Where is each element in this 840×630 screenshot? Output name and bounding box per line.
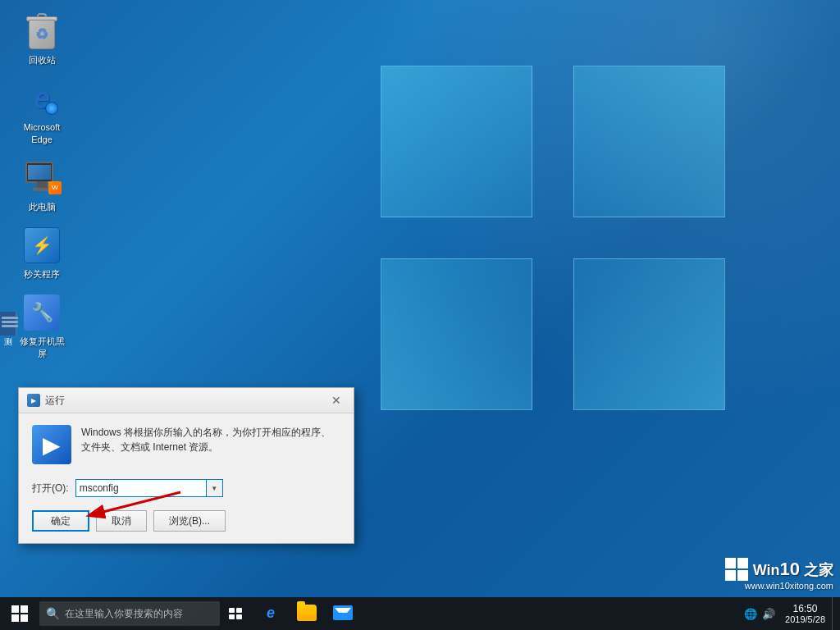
win10-windows-icon xyxy=(725,558,748,581)
taskbar-edge-icon: e xyxy=(261,603,281,623)
input-area-container: ▼ xyxy=(75,479,223,497)
run-browse-button[interactable]: 浏览(B)... xyxy=(153,510,226,532)
svg-rect-4 xyxy=(229,614,235,619)
pc-screen xyxy=(28,165,51,180)
taskbar-folder-icon xyxy=(297,605,317,621)
quick-close-icon[interactable]: ⚡ 秒关程序 xyxy=(12,222,71,283)
recycle-bin-image: ♻ xyxy=(22,11,62,51)
bar-line-3 xyxy=(2,325,18,327)
this-pc-image: W xyxy=(22,158,62,198)
run-dialog-buttons: 确定 取消 浏览(B)... xyxy=(19,504,354,543)
run-open-input[interactable] xyxy=(75,479,207,497)
desktop: ♻ 回收站 e MicrosoftEdge xyxy=(0,0,840,630)
win10-num: 10 xyxy=(780,559,800,579)
edge-label: MicrosoftEdge xyxy=(24,121,61,145)
logo-panel-bl xyxy=(381,258,532,410)
taskbar-mail-app[interactable] xyxy=(325,597,361,630)
task-view-button[interactable] xyxy=(220,597,253,630)
logo-panel-tl xyxy=(381,66,532,217)
left-bar-graphic xyxy=(2,317,14,327)
windows-logo-background xyxy=(381,66,725,410)
taskbar-search-icon: 🔍 xyxy=(46,607,60,620)
start-windows-logo xyxy=(11,605,28,622)
quick-close-label: 秒关程序 xyxy=(24,268,60,280)
taskbar-edge-app[interactable]: e xyxy=(253,597,289,630)
mail-envelope-flap xyxy=(335,608,351,613)
volume-icon[interactable]: 🔊 xyxy=(762,608,775,620)
recycle-bin-icon[interactable]: ♻ 回收站 xyxy=(12,8,71,69)
this-pc-label: 此电脑 xyxy=(29,201,56,212)
run-cancel-button[interactable]: 取消 xyxy=(96,510,147,532)
taskbar-clock[interactable]: 16:50 2019/5/28 xyxy=(778,597,832,630)
win10-watermark: Win10 之家 www.win10xitong.com xyxy=(725,558,833,591)
win10-brand-text: Win10 之家 xyxy=(753,559,833,580)
show-desktop-button[interactable] xyxy=(832,597,837,630)
svg-rect-5 xyxy=(236,614,242,619)
win-quad-br xyxy=(737,570,748,581)
bar-line-2 xyxy=(2,321,18,323)
taskbar-search-placeholder: 在这里输入你要搜索的内容 xyxy=(65,607,183,621)
run-dialog-titlebar[interactable]: ▶ 运行 ✕ xyxy=(19,388,354,413)
start-logo-br xyxy=(21,614,28,622)
win10-url: www.win10xitong.com xyxy=(745,581,833,591)
task-view-icon xyxy=(229,608,244,619)
start-button[interactable] xyxy=(0,597,39,630)
run-dialog-description: Windows 将根据你所输入的名称，为你打开相应的程序、 文件夹、文档或 In… xyxy=(81,425,340,454)
taskbar-explorer-app[interactable] xyxy=(289,597,325,630)
quick-close-graphic: ⚡ xyxy=(24,227,60,263)
pc-monitor xyxy=(25,162,53,183)
run-dialog-open-row: 打开(O): ▼ xyxy=(19,472,354,504)
recycle-bin-label: 回收站 xyxy=(29,54,56,66)
taskbar-system-area: 🌐 🔊 16:50 2019/5/28 xyxy=(741,597,840,630)
svg-rect-3 xyxy=(236,608,242,613)
clock-date: 2019/5/28 xyxy=(785,614,825,624)
left-side-tab[interactable]: 测 xyxy=(0,312,16,336)
win-quad-tr xyxy=(737,558,748,568)
run-dialog: ▶ 运行 ✕ ▶ Windows 将根据你所输入的名称，为你打开相应的程序、 文… xyxy=(18,387,354,544)
quick-close-image: ⚡ xyxy=(22,226,62,265)
start-logo-tr xyxy=(21,605,28,613)
edge-icon[interactable]: e MicrosoftEdge xyxy=(12,75,71,148)
taskbar-pinned-apps: e xyxy=(253,597,361,630)
repair-graphic: 🔧 xyxy=(24,294,60,331)
this-pc-icon[interactable]: W 此电脑 xyxy=(12,155,71,216)
edge-image: e xyxy=(22,79,62,118)
run-dialog-body: ▶ Windows 将根据你所输入的名称，为你打开相应的程序、 文件夹、文档或 … xyxy=(19,413,354,472)
logo-panel-br xyxy=(573,258,725,410)
desktop-icons-container: ♻ 回收站 e MicrosoftEdge xyxy=(12,8,71,363)
bin-body: ♻ xyxy=(29,20,55,49)
fix-blackscreen-label: 修复开机黑屏 xyxy=(16,336,68,359)
logo-gap-v xyxy=(545,66,561,410)
run-dialog-close-button[interactable]: ✕ xyxy=(327,393,345,408)
fix-blackscreen-icon[interactable]: 🔧 修复开机黑屏 xyxy=(12,290,71,363)
logo-panel-tr xyxy=(573,66,725,217)
bar-line-1 xyxy=(2,317,18,319)
svg-rect-2 xyxy=(229,608,235,613)
win10-logo-area: Win10 之家 xyxy=(725,558,833,581)
start-logo-bl xyxy=(11,614,19,622)
fix-blackscreen-image: 🔧 xyxy=(22,293,62,332)
recycle-arrows: ♻ xyxy=(35,25,48,43)
pc-badge: W xyxy=(48,181,62,194)
pc-graphic: W xyxy=(24,162,60,194)
start-logo-tl xyxy=(11,605,19,613)
win-quad-bl xyxy=(725,570,736,581)
run-dialog-title-left: ▶ 运行 xyxy=(27,394,65,408)
taskbar-mail-icon xyxy=(333,605,353,620)
run-open-dropdown[interactable]: ▼ xyxy=(207,479,223,497)
edge-globe xyxy=(45,102,58,115)
run-open-label: 打开(O): xyxy=(32,482,69,495)
edge-graphic: e xyxy=(24,80,60,116)
run-dialog-large-icon: ▶ xyxy=(32,425,71,464)
run-ok-button[interactable]: 确定 xyxy=(32,510,89,532)
run-dialog-title-text: 运行 xyxy=(45,394,65,408)
recycle-icon-graphic: ♻ xyxy=(25,13,58,49)
run-dialog-small-icon: ▶ xyxy=(27,394,40,407)
notification-area: 🌐 🔊 xyxy=(741,608,778,620)
taskbar-search-box[interactable]: 🔍 在这里输入你要搜索的内容 xyxy=(39,601,220,626)
network-icon[interactable]: 🌐 xyxy=(744,608,757,620)
clock-time: 16:50 xyxy=(793,603,818,614)
taskbar: 🔍 在这里输入你要搜索的内容 e xyxy=(0,597,840,630)
win-quad-tl xyxy=(725,558,736,568)
pc-stand xyxy=(37,181,47,188)
